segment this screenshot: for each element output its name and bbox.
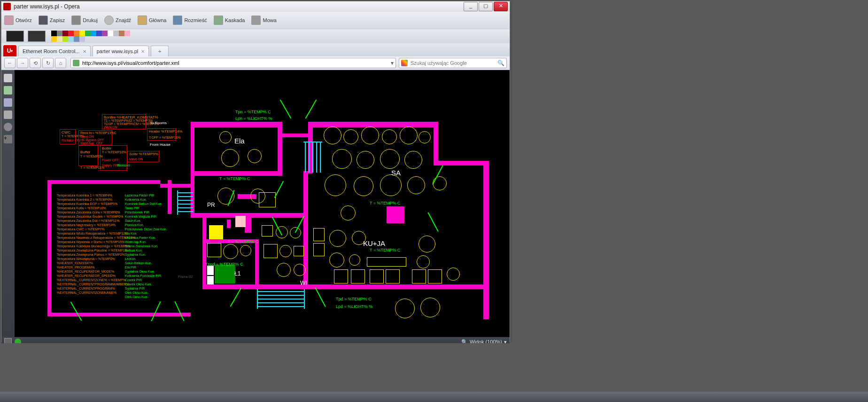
cascade-icon bbox=[214, 16, 223, 25]
color-swatch[interactable] bbox=[79, 36, 85, 42]
history-icon[interactable] bbox=[4, 123, 12, 131]
color-swatch[interactable] bbox=[51, 31, 57, 36]
zoom-dropdown-icon[interactable]: ▾ bbox=[504, 339, 507, 344]
color-swatch[interactable] bbox=[85, 31, 91, 36]
close-tab-icon[interactable]: ✕ bbox=[141, 49, 145, 54]
room-label-wi: WI bbox=[300, 280, 307, 286]
new-tab-button[interactable]: + bbox=[151, 46, 169, 56]
menu-tile[interactable]: Rozmieść bbox=[173, 16, 207, 25]
info-row: Kotłownia Kon. bbox=[125, 197, 167, 202]
info-row: %EXTERNAL_CURRENTZONENAME% bbox=[57, 291, 135, 295]
menu-cascade[interactable]: Kaskada bbox=[214, 16, 245, 25]
sensor-tpod: Tpod = %TEMP% C bbox=[205, 262, 243, 267]
status-bar: 🔍 Widok (100%) ▾ bbox=[1, 337, 510, 343]
sensor-t2: T = %TEMP% C bbox=[370, 201, 401, 205]
color-swatch[interactable] bbox=[108, 31, 113, 36]
home-icon bbox=[138, 16, 147, 25]
color-swatch[interactable] bbox=[62, 31, 68, 36]
tab-1[interactable]: Ethernet Room Control...✕ bbox=[18, 46, 91, 56]
opera-logo[interactable]: U▾ bbox=[3, 45, 16, 56]
menu-open[interactable]: Otwórz bbox=[4, 16, 32, 25]
color-swatch[interactable] bbox=[96, 31, 102, 36]
back-button[interactable]: ← bbox=[4, 58, 16, 68]
search-input[interactable] bbox=[410, 60, 497, 66]
close-button[interactable]: ✕ bbox=[494, 2, 508, 11]
info-row: Temperatura Zasobnika Góra = %TEMP0% bbox=[57, 210, 135, 214]
info-row: Piwnica Kon. bbox=[125, 223, 167, 227]
search-go-icon[interactable]: 🔍 bbox=[497, 60, 504, 66]
info-row: Przedsionek Drzwi Zew Kon. bbox=[125, 227, 167, 231]
page-viewport[interactable]: Ela SA PR KU+JA Ł1 WI Tpn = %TEMP% C Lpn… bbox=[15, 70, 510, 337]
info-left-column: Temperatura Kominka 1 = %TEMP4%Temperatu… bbox=[57, 193, 135, 295]
color-palette[interactable] bbox=[51, 31, 131, 42]
info-row: %HEATER_RECUPERATOR_MODE% bbox=[57, 269, 135, 274]
menu-speak[interactable]: Mowa bbox=[251, 16, 276, 25]
url-input[interactable] bbox=[81, 60, 391, 66]
hvac-buffer: Buffer bbox=[80, 150, 90, 154]
info-row: Temperatura Nawiewu z Rekuperatora = %TE… bbox=[57, 236, 135, 240]
forward-button[interactable]: → bbox=[17, 58, 28, 68]
search-box[interactable]: 🔍 bbox=[399, 58, 507, 68]
info-row: Ela PIR bbox=[125, 265, 167, 269]
rewind-button[interactable]: ⟲ bbox=[30, 58, 41, 68]
info-row: %HEATER_PROGRAM% bbox=[57, 265, 135, 269]
menu-print[interactable]: Drukuj bbox=[71, 16, 98, 25]
color-swatch[interactable] bbox=[68, 31, 74, 36]
zoom-label: Widok (100%) bbox=[470, 339, 502, 343]
color-swatch[interactable] bbox=[119, 31, 124, 36]
thumb1[interactable] bbox=[6, 31, 24, 42]
color-swatch[interactable] bbox=[57, 36, 62, 42]
save-icon bbox=[39, 16, 48, 25]
panel-toggle-icon[interactable] bbox=[4, 338, 12, 343]
hvac-pwoff: Power OFF bbox=[102, 158, 119, 162]
tab-2[interactable]: parter www.isys.pl✕ bbox=[93, 46, 149, 56]
room-label-kuja: KU+JA bbox=[363, 239, 385, 247]
hvac-cwc: CWC bbox=[62, 130, 70, 134]
floor-plan: Ela SA PR KU+JA Ł1 WI Tpn = %TEMP% C Lpn… bbox=[15, 70, 510, 337]
info-row: Temperatura Kominka 2 = %TEMP6% bbox=[57, 197, 135, 202]
color-swatch[interactable] bbox=[51, 36, 57, 42]
sync-icon[interactable] bbox=[4, 86, 12, 95]
home-button[interactable]: ⌂ bbox=[55, 58, 66, 68]
star-icon[interactable] bbox=[4, 74, 12, 82]
color-swatch[interactable] bbox=[74, 36, 79, 42]
sensor-lpn: Lpn = %LIGHT% % bbox=[235, 116, 272, 121]
info-row: Olek Okno Kon. bbox=[125, 295, 167, 299]
color-swatch[interactable] bbox=[102, 31, 108, 36]
maximize-button[interactable]: ▢ bbox=[479, 2, 493, 11]
minimize-button[interactable]: _ bbox=[464, 2, 478, 11]
info-row: Temperatura Kotla = %TEMP10% bbox=[57, 206, 135, 210]
color-swatch[interactable] bbox=[79, 31, 85, 36]
info-row: Temperatura Kolektora Słonecznego = %TEM… bbox=[57, 244, 135, 248]
info-row: Temperatura Kominka DGP = %TEMP5% bbox=[57, 202, 135, 206]
dropdown-icon[interactable]: ▾ bbox=[391, 60, 394, 66]
menu-save[interactable]: Zapisz bbox=[39, 16, 65, 25]
zoom-icon[interactable]: 🔍 bbox=[461, 339, 468, 344]
color-swatch[interactable] bbox=[74, 31, 79, 36]
close-tab-icon[interactable]: ✕ bbox=[83, 49, 86, 54]
color-swatch[interactable] bbox=[68, 36, 74, 42]
reload-button[interactable]: ↻ bbox=[42, 58, 54, 68]
url-box[interactable]: ▾ bbox=[70, 58, 396, 68]
color-swatch[interactable] bbox=[91, 31, 96, 36]
color-swatch[interactable] bbox=[62, 36, 68, 42]
search-icon bbox=[104, 16, 114, 25]
side-panel: + bbox=[1, 70, 15, 337]
menu-home[interactable]: Główna bbox=[138, 16, 166, 25]
add-panel-icon[interactable]: + bbox=[4, 135, 12, 143]
sync-status-icon[interactable] bbox=[15, 339, 21, 343]
color-swatch[interactable] bbox=[113, 31, 119, 36]
info-row: Sypialnia Kon. bbox=[125, 252, 167, 257]
color-swatch[interactable] bbox=[124, 31, 130, 36]
download-icon[interactable] bbox=[4, 110, 12, 119]
info-row: Czarek Okno Kon. bbox=[125, 282, 167, 286]
app-icon bbox=[3, 3, 11, 10]
info-row: Temperatura Zewnętrzna Północ = %TEMP2% bbox=[57, 252, 135, 257]
menu-find[interactable]: Znajdź bbox=[104, 16, 131, 25]
page-icon bbox=[73, 60, 79, 66]
color-swatch[interactable] bbox=[57, 31, 62, 36]
color-bar bbox=[1, 29, 510, 43]
thumb2[interactable] bbox=[28, 31, 46, 42]
print-icon bbox=[71, 16, 81, 25]
note-icon[interactable] bbox=[4, 98, 12, 107]
